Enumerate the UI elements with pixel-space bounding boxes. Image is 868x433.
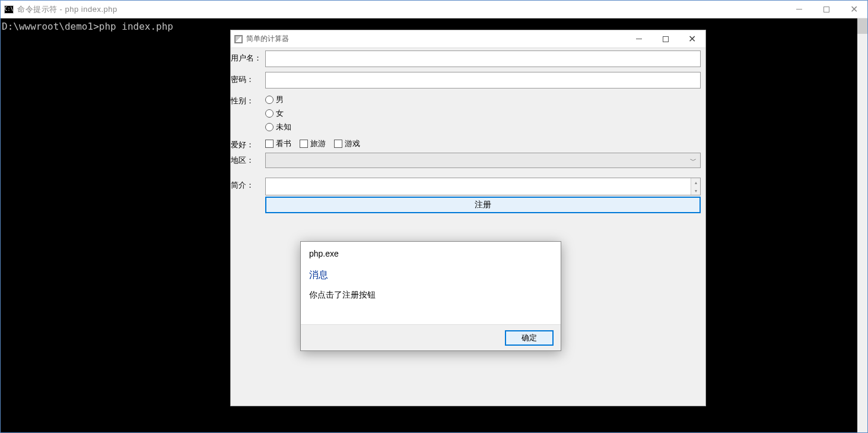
check-travel-label: 旅游	[310, 138, 326, 149]
maximize-icon	[663, 36, 669, 42]
message-dialog-body: php.exe 消息 你点击了注册按钮	[301, 242, 561, 324]
bio-spin[interactable]: ▴ ▾	[691, 178, 700, 195]
app-title: 简单的计算器	[246, 34, 289, 44]
submit-button-label: 注册	[475, 200, 491, 210]
password-input[interactable]	[265, 72, 701, 89]
spin-down-icon[interactable]: ▾	[691, 187, 700, 195]
cmd-icon: C:\	[4, 5, 14, 14]
hobby-check-group: 看书 旅游 游戏	[265, 137, 701, 149]
row-hobby: 爱好： 看书 旅游 游戏	[231, 135, 705, 151]
close-icon: ✕	[688, 34, 696, 44]
radio-female[interactable]: 女	[265, 108, 701, 119]
bio-textarea[interactable]: ▴ ▾	[265, 178, 701, 195]
radio-female-label: 女	[276, 108, 284, 119]
chevron-down-icon: ﹀	[690, 156, 697, 165]
radio-male-label: 男	[276, 94, 284, 105]
app-body: 用户名： 密码： 性别： 男 女	[231, 48, 705, 406]
label-username: 用户名：	[231, 49, 265, 64]
radio-unknown[interactable]: 未知	[265, 122, 701, 132]
check-travel[interactable]: 旅游	[300, 138, 326, 149]
minimize-icon	[636, 39, 642, 39]
check-reading-label: 看书	[276, 138, 291, 149]
label-hobby: 爱好：	[231, 136, 265, 150]
row-password: 密码：	[231, 69, 705, 91]
ok-button-label: 确定	[522, 333, 537, 343]
row-bio: 简介： ▴ ▾ 注册	[231, 175, 705, 216]
radio-icon	[265, 123, 274, 131]
row-username: 用户名：	[231, 48, 705, 69]
checkbox-icon	[265, 140, 274, 148]
message-dialog-title: php.exe	[309, 249, 552, 258]
label-gender: 性别：	[231, 92, 265, 106]
ok-button[interactable]: 确定	[505, 330, 554, 346]
minimize-button[interactable]	[786, 1, 813, 18]
app-window-controls: ✕	[625, 30, 705, 48]
message-dialog: php.exe 消息 你点击了注册按钮 确定	[300, 241, 561, 351]
scrollbar-thumb[interactable]	[857, 18, 867, 34]
row-gender: 性别： 男 女 未知	[231, 91, 705, 135]
minimize-icon	[796, 9, 802, 10]
checkbox-icon	[334, 140, 342, 148]
message-dialog-footer: 确定	[301, 324, 561, 350]
app-close-button[interactable]: ✕	[679, 30, 705, 48]
close-icon: ✕	[850, 5, 858, 14]
label-bio: 简介：	[231, 176, 265, 191]
username-input[interactable]	[265, 50, 701, 67]
submit-button[interactable]: 注册	[265, 197, 701, 213]
console-titlebar[interactable]: C:\ 命令提示符 - php index.php ✕	[1, 1, 867, 18]
check-reading[interactable]: 看书	[265, 138, 291, 149]
console-title: 命令提示符 - php index.php	[17, 4, 117, 15]
radio-icon	[265, 109, 274, 118]
close-button[interactable]: ✕	[840, 1, 867, 18]
app-minimize-button[interactable]	[625, 30, 652, 48]
console-scrollbar[interactable]	[857, 18, 867, 432]
message-dialog-heading: 消息	[309, 269, 552, 282]
maximize-icon	[824, 7, 829, 12]
label-password: 密码：	[231, 71, 265, 85]
gender-radio-group: 男 女 未知	[265, 93, 701, 132]
row-region: 地区： ﹀	[231, 151, 705, 169]
label-region: 地区：	[231, 151, 265, 166]
check-game-label: 游戏	[345, 138, 360, 149]
checkbox-icon	[300, 140, 308, 148]
radio-male[interactable]: 男	[265, 94, 701, 105]
radio-icon	[265, 96, 274, 104]
spin-up-icon[interactable]: ▴	[691, 178, 700, 187]
app-icon	[234, 35, 243, 43]
region-combobox[interactable]: ﹀	[265, 153, 701, 168]
bio-value	[266, 178, 691, 195]
app-titlebar[interactable]: 简单的计算器 ✕	[231, 30, 705, 48]
app-maximize-button[interactable]	[652, 30, 679, 48]
console-window-controls: ✕	[786, 1, 867, 18]
check-game[interactable]: 游戏	[334, 138, 360, 149]
radio-unknown-label: 未知	[276, 122, 291, 132]
message-dialog-text: 你点击了注册按钮	[309, 290, 552, 301]
maximize-button[interactable]	[813, 1, 840, 18]
